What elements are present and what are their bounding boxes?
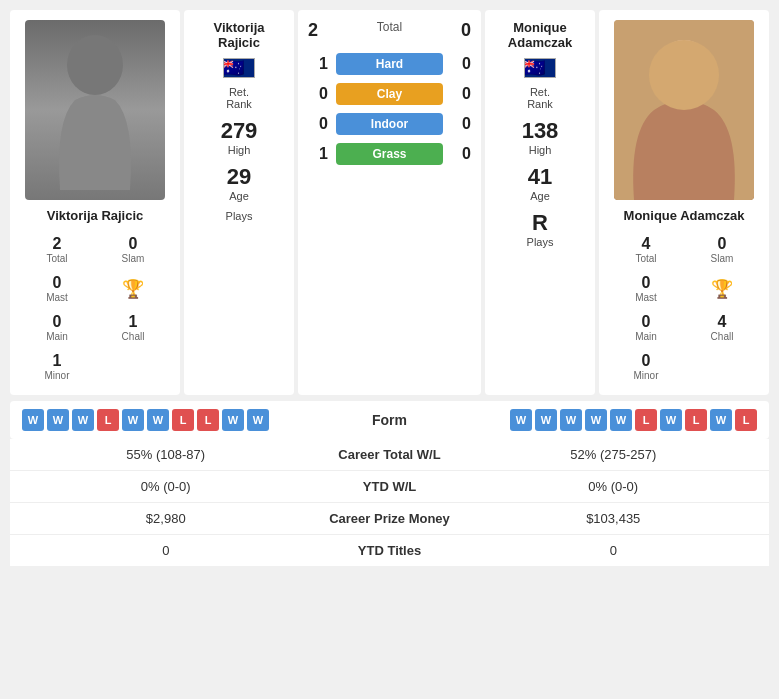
right-total-stat: 4 Total (609, 231, 683, 268)
form-badge-left: L (172, 409, 194, 431)
career-stats-section: 55% (108-87)Career Total W/L52% (275-257… (10, 439, 769, 566)
right-age-label: Age (528, 190, 552, 202)
stats-row-center-label: YTD Titles (310, 543, 470, 558)
indoor-badge: Indoor (336, 113, 443, 135)
stats-row-right-val: 0% (0-0) (470, 479, 758, 494)
grass-row: 1 Grass 0 (298, 139, 481, 169)
total-label: Total (318, 20, 461, 41)
clay-right: 0 (451, 85, 471, 103)
left-rank-label: Ret. (229, 86, 249, 98)
left-high-value: 279 (221, 118, 258, 144)
right-slam-stat: 0 Slam (685, 231, 759, 268)
form-badge-right: W (585, 409, 607, 431)
right-chall-stat: 4 Chall (685, 309, 759, 346)
right-age-section: 41 Age (528, 164, 552, 202)
stats-row-right-val: 0 (470, 543, 758, 558)
right-player-photo (614, 20, 754, 200)
right-player-info-card: Monique Adamczak Ret. Rank 138 High 41 A… (485, 10, 595, 395)
form-badge-left: W (72, 409, 94, 431)
form-section: WWWLWWLLWW Form WWWWWLWLWL (10, 401, 769, 439)
form-badge-left: W (47, 409, 69, 431)
form-badge-left: L (97, 409, 119, 431)
right-age-value: 41 (528, 164, 552, 190)
stats-row-left-val: $2,980 (22, 511, 310, 526)
left-stats-grid: 2 Total 0 Slam 0 Mast 🏆 0 Main (20, 231, 170, 385)
form-badge-right: W (535, 409, 557, 431)
left-age-value: 29 (227, 164, 251, 190)
svg-point-2 (652, 40, 716, 110)
right-trophy: 🏆 (685, 270, 759, 307)
left-player-photo-card: Viktorija Rajicic 2 Total 0 Slam 0 Mast … (10, 10, 180, 395)
form-badge-right: L (635, 409, 657, 431)
stats-row-center-label: Career Prize Money (310, 511, 470, 526)
right-high-label: High (522, 144, 559, 156)
left-mast-stat: 0 Mast (20, 270, 94, 307)
form-badge-left: W (22, 409, 44, 431)
form-label: Form (372, 412, 407, 428)
right-mast-stat: 0 Mast (609, 270, 683, 307)
left-silhouette (25, 20, 165, 200)
comparison-header: 2 Total 0 (298, 20, 481, 41)
right-plays-value: R (527, 210, 554, 236)
left-slam-stat: 0 Slam (96, 231, 170, 268)
comparison-card: 2 Total 0 1 Hard 0 0 Clay 0 0 Indoor 0 1 (298, 10, 481, 395)
form-badge-left: L (197, 409, 219, 431)
left-age-section: 29 Age (227, 164, 251, 202)
clay-left: 0 (308, 85, 328, 103)
form-badge-right: W (710, 409, 732, 431)
left-trophy: 🏆 (96, 270, 170, 307)
stats-row-right-val: $103,435 (470, 511, 758, 526)
left-minor-stat: 1 Minor (20, 348, 94, 385)
form-badge-left: W (222, 409, 244, 431)
indoor-right: 0 (451, 115, 471, 133)
left-high-label: High (221, 144, 258, 156)
career-stats-row: 0% (0-0)YTD W/L0% (0-0) (10, 471, 769, 503)
left-age-label: Age (227, 190, 251, 202)
total-right-val: 0 (461, 20, 471, 41)
right-form-badges: WWWWWLWLWL (510, 409, 757, 431)
stats-row-left-val: 0% (0-0) (22, 479, 310, 494)
right-rank-container: Ret. Rank (495, 86, 585, 110)
left-flag (223, 58, 255, 78)
form-badge-right: L (735, 409, 757, 431)
hard-badge: Hard (336, 53, 443, 75)
right-plays-section: R Plays (527, 210, 554, 248)
clay-badge: Clay (336, 83, 443, 105)
left-rank-container: Ret. Rank (194, 86, 284, 110)
indoor-left: 0 (308, 115, 328, 133)
indoor-row: 0 Indoor 0 (298, 109, 481, 139)
left-player-info-name: Viktorija Rajicic (194, 20, 284, 50)
right-player-photo-card: Monique Adamczak 4 Total 0 Slam 0 Mast 🏆 (599, 10, 769, 395)
right-plays-label: Plays (527, 236, 554, 248)
right-high-section: 138 High (522, 118, 559, 156)
grass-right: 0 (451, 145, 471, 163)
form-badge-right: W (510, 409, 532, 431)
form-badge-right: W (610, 409, 632, 431)
stats-row-left-val: 0 (22, 543, 310, 558)
left-plays-label: Plays (226, 210, 253, 222)
career-stats-row: 55% (108-87)Career Total W/L52% (275-257… (10, 439, 769, 471)
career-stats-row: 0YTD Titles0 (10, 535, 769, 566)
form-badge-left: W (247, 409, 269, 431)
svg-point-4 (672, 63, 680, 69)
hard-right: 0 (451, 55, 471, 73)
svg-point-0 (67, 35, 123, 95)
stats-row-right-val: 52% (275-257) (470, 447, 758, 462)
stats-row-left-val: 55% (108-87) (22, 447, 310, 462)
left-total-stat: 2 Total (20, 231, 94, 268)
form-badge-right: L (685, 409, 707, 431)
form-badge-right: W (660, 409, 682, 431)
grass-left: 1 (308, 145, 328, 163)
clay-row: 0 Clay 0 (298, 79, 481, 109)
grass-badge: Grass (336, 143, 443, 165)
hard-row: 1 Hard 0 (298, 49, 481, 79)
right-stats-grid: 4 Total 0 Slam 0 Mast 🏆 0 Main (609, 231, 759, 385)
right-player-name: Monique Adamczak (624, 208, 745, 223)
right-rank-sub: Rank (527, 98, 553, 110)
trophy-icon-right: 🏆 (711, 278, 733, 300)
left-form-badges: WWWLWWLLWW (22, 409, 269, 431)
right-high-value: 138 (522, 118, 559, 144)
stats-row-center-label: YTD W/L (310, 479, 470, 494)
right-flag (524, 58, 556, 78)
svg-point-5 (688, 63, 696, 69)
